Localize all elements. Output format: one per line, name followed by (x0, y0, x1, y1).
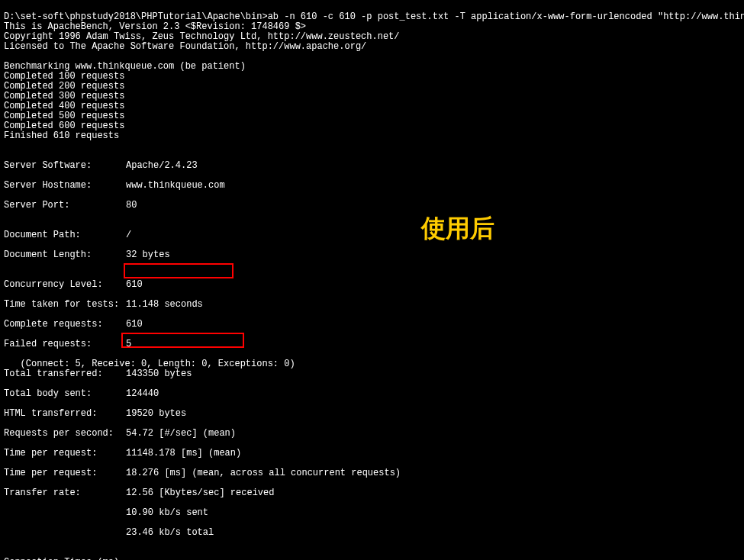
failed-requests-label: Failed requests: (4, 340, 126, 349)
concurrency-value: 610 (126, 280, 143, 290)
header-line: This is ApacheBench, Version 2.3 <$Revis… (4, 21, 306, 32)
server-port-value: 80 (126, 201, 137, 211)
annotation-label: 使用后 (421, 224, 494, 233)
total-transferred-label: Total transferred: (4, 369, 126, 379)
rate-value-3: 23.46 kb/s total (126, 528, 214, 538)
failed-detail: (Connect: 5, Receive: 0, Length: 0, Exce… (4, 359, 295, 369)
progress-line: Completed 200 requests (4, 81, 124, 92)
complete-requests-label: Complete requests: (4, 320, 126, 330)
doc-length-value: 32 bytes (126, 250, 170, 260)
time-taken-value: 11.148 seconds (126, 300, 203, 310)
tpr2-label: Time per request: (4, 468, 126, 478)
rate-value-1: 12.56 [Kbytes/sec] received (126, 488, 274, 498)
server-port-label: Server Port: (4, 201, 126, 211)
tpr1-label: Time per request: (4, 449, 126, 459)
server-hostname-value: www.thinkqueue.com (126, 181, 225, 191)
doc-path-value: / (126, 230, 131, 240)
tpr1-value: 11148.178 [ms] (mean) (126, 449, 241, 459)
rps-value: 54.72 [#/sec] (mean) (126, 429, 236, 439)
progress-line: Completed 100 requests (4, 71, 124, 82)
rate-value-2: 10.90 kb/s sent (126, 508, 208, 518)
rps-label: Requests per second: (4, 429, 126, 439)
rate-label: Transfer rate: (4, 488, 126, 498)
progress-line: Completed 500 requests (4, 111, 124, 121)
tpr2-value: 18.276 [ms] (mean, across all concurrent… (126, 468, 401, 478)
body-sent-label: Total body sent: (4, 389, 126, 399)
html-transferred-value: 19520 bytes (126, 409, 186, 419)
complete-requests-value: 610 (126, 320, 143, 330)
rate-spacer (4, 528, 126, 538)
benchmark-title: Benchmarking www.thinkqueue.com (be pati… (4, 61, 246, 72)
total-transferred-value: 143350 bytes (126, 369, 192, 379)
header-line: Licensed to The Apache Software Foundati… (4, 41, 366, 52)
progress-line: Completed 300 requests (4, 91, 124, 101)
conn-times-title: Connection Times (ms) (4, 557, 119, 560)
terminal-output: D:\set-soft\phpstudy2018\PHPTutorial\Apa… (0, 0, 744, 560)
rate-spacer (4, 508, 126, 518)
time-taken-label: Time taken for tests: (4, 300, 126, 310)
server-software-label: Server Software: (4, 161, 126, 171)
doc-path-label: Document Path: (4, 230, 126, 240)
command-line: D:\set-soft\phpstudy2018\PHPTutorial\Apa… (4, 11, 744, 22)
header-line: Copyright 1996 Adam Twiss, Zeus Technolo… (4, 31, 399, 42)
concurrency-label: Concurrency Level: (4, 280, 126, 290)
progress-line: Completed 600 requests (4, 121, 124, 131)
doc-length-label: Document Length: (4, 250, 126, 260)
server-hostname-label: Server Hostname: (4, 181, 126, 191)
progress-line: Completed 400 requests (4, 101, 124, 111)
html-transferred-label: HTML transferred: (4, 409, 126, 419)
progress-finished: Finished 610 requests (4, 130, 119, 141)
body-sent-value: 124440 (126, 389, 159, 399)
failed-requests-value: 5 (126, 340, 131, 349)
server-software-value: Apache/2.4.23 (126, 161, 198, 171)
